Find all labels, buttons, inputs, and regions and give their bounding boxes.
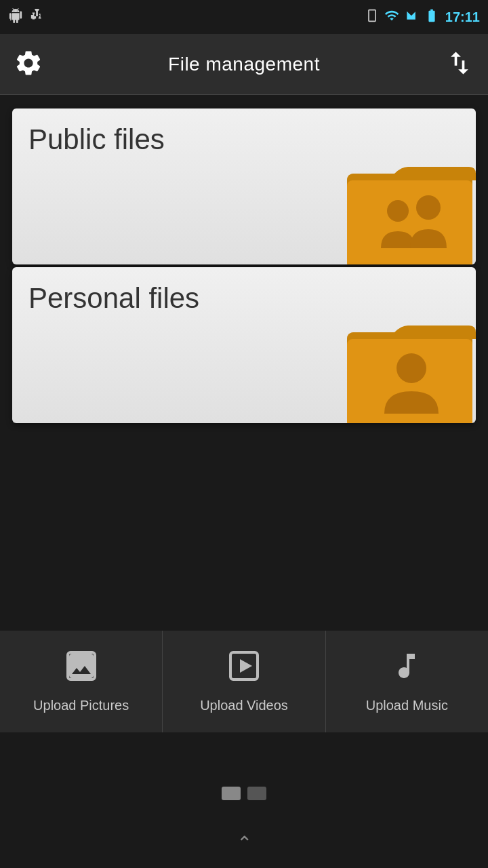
wifi-icon bbox=[384, 8, 399, 26]
public-folder-icon bbox=[340, 143, 476, 264]
status-bar: 17:11 bbox=[0, 0, 488, 34]
page-title: File management bbox=[168, 54, 320, 75]
personal-files-card[interactable]: Personal files bbox=[12, 267, 476, 423]
personal-folder-icon bbox=[340, 302, 476, 423]
pagination-dot-1[interactable] bbox=[222, 787, 241, 800]
pictures-icon bbox=[65, 650, 98, 688]
usb-icon bbox=[30, 8, 45, 26]
top-app-bar: File management bbox=[0, 34, 488, 95]
upload-videos-label: Upload Videos bbox=[200, 698, 288, 713]
personal-files-label: Personal files bbox=[28, 282, 199, 315]
signal-icon bbox=[405, 9, 418, 25]
android-icon bbox=[8, 8, 23, 26]
svg-point-6 bbox=[396, 353, 426, 383]
battery-icon bbox=[424, 8, 440, 26]
settings-button[interactable] bbox=[14, 48, 43, 81]
upload-music-button[interactable]: Upload Music bbox=[326, 631, 488, 732]
file-cards-area: Public files Pe bbox=[0, 95, 488, 423]
home-bar: ⌃ bbox=[0, 832, 488, 854]
svg-point-3 bbox=[416, 195, 441, 220]
videos-icon bbox=[228, 650, 260, 688]
music-icon bbox=[390, 650, 423, 688]
sim-icon bbox=[365, 9, 379, 25]
pagination-dots bbox=[0, 787, 488, 800]
pagination-dot-2[interactable] bbox=[247, 787, 266, 800]
upload-download-button[interactable] bbox=[445, 48, 474, 81]
status-left-icons bbox=[8, 8, 45, 26]
upload-videos-button[interactable]: Upload Videos bbox=[163, 631, 325, 732]
upload-music-label: Upload Music bbox=[366, 698, 448, 713]
status-time: 17:11 bbox=[445, 9, 480, 25]
upload-pictures-button[interactable]: Upload Pictures bbox=[0, 631, 163, 732]
svg-point-2 bbox=[387, 200, 409, 222]
public-files-label: Public files bbox=[28, 123, 165, 156]
status-right-icons: 17:11 bbox=[365, 8, 480, 26]
home-chevron-icon[interactable]: ⌃ bbox=[237, 832, 252, 854]
upload-section: Upload Pictures Upload Videos Upload Mus… bbox=[0, 631, 488, 732]
public-files-card[interactable]: Public files bbox=[12, 108, 476, 264]
svg-marker-9 bbox=[240, 659, 252, 673]
svg-rect-1 bbox=[347, 180, 472, 264]
upload-pictures-label: Upload Pictures bbox=[33, 698, 129, 713]
